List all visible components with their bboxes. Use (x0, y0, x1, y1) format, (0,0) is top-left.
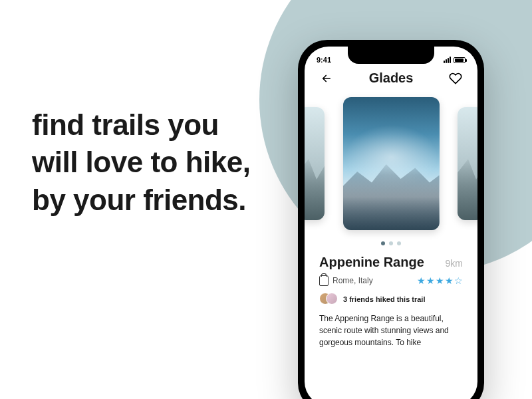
favorite-button[interactable] (448, 71, 463, 86)
carousel-card-prev[interactable] (305, 107, 325, 220)
backpack-icon (319, 275, 329, 286)
phone-mockup: 9:41 Glades App (298, 40, 484, 399)
battery-icon (454, 57, 466, 63)
trail-description: The Appening Range is a beautiful, sceni… (319, 313, 463, 348)
friend-avatars (319, 293, 338, 306)
carousel-dot[interactable] (397, 241, 401, 245)
header-title: Glades (369, 70, 414, 86)
carousel-card-active[interactable] (343, 97, 440, 230)
friends-text: 3 friends hiked this trail (343, 295, 425, 303)
trail-distance: 9km (446, 258, 463, 269)
star-icon: ☆ (454, 275, 463, 286)
star-icon: ★ (436, 275, 444, 286)
carousel-dot[interactable] (389, 241, 393, 245)
marketing-headline: find trails you will love to hike, by yo… (32, 106, 265, 219)
phone-screen: 9:41 Glades App (305, 47, 477, 399)
carousel-card-next[interactable] (458, 107, 477, 220)
status-time: 9:41 (317, 56, 331, 64)
app-header: Glades (305, 68, 477, 94)
signal-icon (444, 57, 451, 63)
friends-row[interactable]: 3 friends hiked this trail (319, 293, 463, 306)
trail-location: Rome, Italy (332, 276, 373, 285)
star-icon: ★ (445, 275, 454, 286)
star-icon: ★ (417, 275, 426, 286)
back-button[interactable] (319, 71, 334, 86)
status-indicators (444, 57, 466, 63)
carousel-dots (305, 233, 477, 251)
phone-notch (348, 47, 434, 64)
trail-details: Appenine Range 9km Rome, Italy ★ ★ ★ ★ ☆ (305, 251, 477, 348)
image-carousel[interactable] (305, 94, 477, 233)
star-icon: ★ (426, 275, 435, 286)
carousel-dot[interactable] (381, 241, 385, 245)
rating-stars: ★ ★ ★ ★ ☆ (417, 275, 463, 286)
avatar (326, 293, 338, 305)
trail-name: Appenine Range (319, 255, 424, 270)
